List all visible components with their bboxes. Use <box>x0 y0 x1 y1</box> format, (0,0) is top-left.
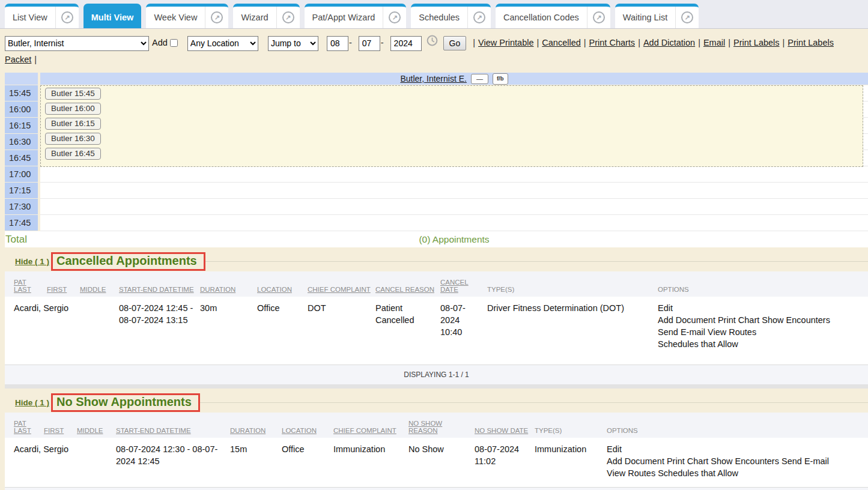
tab-schedules-popout[interactable]: ↗ <box>467 7 491 28</box>
open-slot-button[interactable]: Butler 16:45 <box>45 148 101 160</box>
schedule-slot-row[interactable] <box>40 215 868 231</box>
jump-to-select[interactable]: Jump to <box>268 36 318 51</box>
tab-list-view[interactable]: List View ↗ <box>5 4 79 28</box>
tab-multi-view[interactable]: Multi View <box>83 4 142 28</box>
view-routes-link[interactable]: View Routes <box>607 468 655 478</box>
no-show-hide-link[interactable]: Hide ( 1 ) <box>15 398 49 407</box>
col-location[interactable]: LOCATION <box>257 271 308 297</box>
add-document-link[interactable]: Add Document <box>607 456 664 466</box>
cancelled-table-header-row: PAT LAST FIRST MIDDLE START-END DATETIME… <box>5 271 868 297</box>
date-day-field[interactable] <box>359 36 380 51</box>
external-link-icon[interactable]: ↗ <box>593 11 605 23</box>
open-slot-button[interactable]: Butler 16:00 <box>45 103 101 115</box>
tab-multi-view-label[interactable]: Multi View <box>83 7 142 28</box>
go-button[interactable]: Go <box>443 36 467 50</box>
col-first[interactable]: FIRST <box>44 413 77 438</box>
provider-select[interactable]: Butler, Internist <box>5 36 149 51</box>
chief-complaint-cell: DOT <box>308 297 375 365</box>
add-dictation-link[interactable]: Add Dictation <box>643 38 695 47</box>
tab-list-view-label[interactable]: List View <box>5 7 55 28</box>
schedule-slot-row[interactable] <box>40 183 868 199</box>
date-year-field[interactable] <box>390 36 422 51</box>
external-link-icon[interactable]: ↗ <box>681 11 693 23</box>
col-chief-complaint[interactable]: CHIEF COMPLAINT <box>333 413 408 438</box>
open-slot-button[interactable]: Butler 16:30 <box>45 133 101 145</box>
tab-week-view-label[interactable]: Week View <box>146 7 205 28</box>
tab-wizard[interactable]: Wizard ↗ <box>233 4 299 28</box>
section-divider-line <box>205 261 868 262</box>
external-link-icon[interactable]: ↗ <box>61 11 73 23</box>
edit-link[interactable]: Edit <box>658 303 673 313</box>
col-chief-complaint[interactable]: CHIEF COMPLAINT <box>308 271 375 297</box>
date-month-field[interactable] <box>327 36 348 51</box>
schedules-that-allow-link[interactable]: Schedules that Allow <box>658 339 738 349</box>
cancelled-section-header: Hide ( 1 ) Cancelled Appointments <box>15 252 868 271</box>
tab-pat-appt-wizard-label[interactable]: Pat/Appt Wizard <box>305 7 383 28</box>
tab-waiting-list-label[interactable]: Waiting List <box>615 7 675 28</box>
tab-list-view-popout[interactable]: ↗ <box>55 7 79 28</box>
external-link-icon[interactable]: ↗ <box>211 11 223 23</box>
view-routes-link[interactable]: View Routes <box>708 327 756 337</box>
tab-waiting-list[interactable]: Waiting List ↗ <box>615 4 699 28</box>
col-start-end[interactable]: START-END DATETIME <box>119 271 200 297</box>
open-slot-button[interactable]: Butler 16:15 <box>45 118 101 130</box>
external-link-icon[interactable]: ↗ <box>389 11 401 23</box>
tab-wizard-popout[interactable]: ↗ <box>276 7 300 28</box>
tab-schedules-label[interactable]: Schedules <box>411 7 467 28</box>
print-chart-link[interactable]: Print Chart <box>667 456 708 466</box>
tab-pat-appt-wizard-popout[interactable]: ↗ <box>383 7 406 28</box>
view-printable-link[interactable]: View Printable <box>478 38 533 47</box>
col-cancel-date[interactable]: CANCEL DATE <box>440 271 487 297</box>
edit-link[interactable]: Edit <box>607 444 622 454</box>
add-document-link[interactable]: Add Document <box>658 315 715 325</box>
location-select[interactable]: Any Location <box>187 36 258 51</box>
tab-week-view[interactable]: Week View ↗ <box>146 4 228 28</box>
print-charts-link[interactable]: Print Charts <box>589 38 636 47</box>
tab-waiting-list-popout[interactable]: ↗ <box>675 7 699 28</box>
cancelled-link[interactable]: Cancelled <box>542 38 581 47</box>
schedules-that-allow-link[interactable]: Schedules that Allow <box>658 468 738 478</box>
provider-header-link[interactable]: Butler, Internist E. <box>400 74 467 83</box>
fb-toggle-button[interactable]: f/b <box>493 73 508 85</box>
col-pat-last[interactable]: PAT LAST <box>5 413 44 438</box>
tab-schedules[interactable]: Schedules ↗ <box>411 4 491 28</box>
col-middle[interactable]: MIDDLE <box>77 413 116 438</box>
time-column: 15:45 16:00 16:15 16:30 16:45 17:00 17:1… <box>5 85 38 231</box>
print-labels-link[interactable]: Print Labels <box>733 38 780 47</box>
send-email-link[interactable]: Send E-mail <box>782 456 829 466</box>
cancelled-hide-link[interactable]: Hide ( 1 ) <box>15 257 49 266</box>
print-chart-link[interactable]: Print Chart <box>718 315 759 325</box>
tab-wizard-label[interactable]: Wizard <box>233 7 276 28</box>
minimize-column-button[interactable]: — <box>471 74 488 84</box>
external-link-icon[interactable]: ↗ <box>282 11 294 23</box>
email-link[interactable]: Email <box>703 38 725 47</box>
clock-icon[interactable] <box>426 35 438 52</box>
schedule-slot-row[interactable] <box>40 199 868 215</box>
show-encounters-link[interactable]: Show Encounters <box>762 315 830 325</box>
tab-pat-appt-wizard[interactable]: Pat/Appt Wizard ↗ <box>305 4 407 28</box>
col-no-show-date[interactable]: NO SHOW DATE <box>475 413 535 438</box>
col-location[interactable]: LOCATION <box>282 413 333 438</box>
time-label: 17:15 <box>5 183 38 198</box>
options-line: Add Document Print Chart Show Encounters <box>658 314 863 326</box>
col-cancel-reason[interactable]: CANCEL REASON <box>375 271 440 297</box>
col-duration[interactable]: DURATION <box>230 413 282 438</box>
tab-week-view-popout[interactable]: ↗ <box>205 7 228 28</box>
col-middle[interactable]: MIDDLE <box>80 271 119 297</box>
add-provider-checkbox[interactable] <box>170 39 178 47</box>
external-link-icon[interactable]: ↗ <box>473 11 485 23</box>
tab-cancellation-codes-label[interactable]: Cancellation Codes <box>496 7 587 28</box>
time-label: 16:30 <box>5 134 38 150</box>
col-no-show-reason[interactable]: NO SHOW REASON <box>408 413 475 438</box>
show-encounters-link[interactable]: Show Encounters <box>711 456 779 466</box>
col-start-end[interactable]: START-END DATETIME <box>116 413 230 438</box>
tab-cancellation-codes-popout[interactable]: ↗ <box>587 7 610 28</box>
open-slot-button[interactable]: Butler 15:45 <box>45 88 101 100</box>
send-email-link[interactable]: Send E-mail <box>658 327 705 337</box>
col-first[interactable]: FIRST <box>47 271 80 297</box>
time-label: 17:45 <box>5 215 38 231</box>
col-duration[interactable]: DURATION <box>200 271 257 297</box>
col-pat-last[interactable]: PAT LAST <box>5 271 47 297</box>
tab-cancellation-codes[interactable]: Cancellation Codes ↗ <box>496 4 610 28</box>
schedule-slot-row[interactable] <box>40 166 868 183</box>
